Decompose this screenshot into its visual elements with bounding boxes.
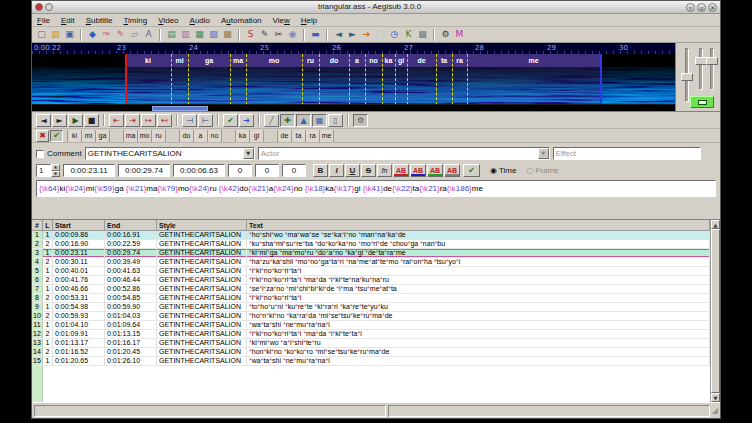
karaoke-syllable-no[interactable]: no <box>365 54 382 67</box>
translation-assistant-button[interactable]: ✎ <box>114 28 127 41</box>
stop-button[interactable]: ■ <box>84 114 99 127</box>
shadow-color-button[interactable]: AB <box>444 164 460 177</box>
grid-scrollbar[interactable]: ▲ ▼ <box>710 220 720 402</box>
subtitle-row-9[interactable]: 910:00:54.980:00:59.90GETINTHECARITSALIO… <box>32 303 710 312</box>
grid-header-l[interactable]: L <box>43 220 53 230</box>
subtitle-row-4[interactable]: 420:00:30.110:00:39.49GETINTHECARITSALIO… <box>32 258 710 267</box>
scroll-down-icon[interactable]: ▼ <box>711 393 720 402</box>
karaoke-syllable-ka[interactable]: ka <box>382 54 395 67</box>
styles-manager-button[interactable]: ▤ <box>165 28 178 41</box>
grid-header-end[interactable]: End <box>105 220 157 230</box>
menu-file[interactable]: File <box>37 16 50 25</box>
karaoke-cell-space[interactable] <box>264 130 278 142</box>
syllable-divider[interactable] <box>436 54 437 104</box>
toggle-auto-scroll-button[interactable]: ▲ <box>296 114 311 127</box>
find-button[interactable]: ◆ <box>86 28 99 41</box>
play-500ms-after-button[interactable]: ⇥ <box>125 114 140 127</box>
effect-field[interactable]: Effect <box>553 147 701 160</box>
underline-button[interactable]: U <box>345 164 360 177</box>
secondary-color-button[interactable]: AB <box>410 164 426 177</box>
window-maximize-button[interactable]: ▫ <box>697 3 706 12</box>
subtitle-row-15[interactable]: 1510:01:20.650:01:26.10GETINTHECARITSALI… <box>32 357 710 366</box>
bold-button[interactable]: B <box>313 164 328 177</box>
play-500ms-before-button[interactable]: ⇤ <box>109 114 124 127</box>
karaoke-mode-button[interactable]: ⚙ <box>353 114 368 127</box>
syllable-divider[interactable] <box>452 54 453 104</box>
subtitle-row-1[interactable]: 110:00:09.860:00:16.91GETINTHECARITSALIO… <box>32 231 710 240</box>
primary-color-button[interactable]: AB <box>393 164 409 177</box>
selection-start-marker[interactable] <box>125 54 127 104</box>
toggle-vertical-link-button[interactable]: ▯ <box>328 114 343 127</box>
window-menu-button[interactable] <box>35 3 43 11</box>
subtitle-row-11[interactable]: 1110:01:04.100:01:09.64GETINTHECARITSALI… <box>32 321 710 330</box>
commit-timing-button[interactable]: ✔ <box>223 114 238 127</box>
play-last-500ms-button[interactable]: ↤ <box>157 114 172 127</box>
audio-timeline[interactable]: 0:00:222324252627282930 <box>32 43 675 54</box>
window-shade-button[interactable]: ▿ <box>686 3 695 12</box>
lead-out-button[interactable]: ⊢ <box>198 114 213 127</box>
syllable-divider[interactable] <box>246 54 247 104</box>
syllable-divider[interactable] <box>382 54 383 104</box>
timing-post-processor-button[interactable]: ◷ <box>388 28 401 41</box>
syllable-divider[interactable] <box>407 54 408 104</box>
syllable-divider[interactable] <box>171 54 172 104</box>
subtitle-row-8[interactable]: 820:00:53.310:00:54.85GETINTHECARITSALIO… <box>32 294 710 303</box>
window-close-button[interactable]: ✕ <box>708 3 717 12</box>
vertical-link-button[interactable] <box>690 96 714 108</box>
menu-video[interactable]: Video <box>158 16 178 25</box>
volume-slider[interactable] <box>710 48 714 90</box>
karaoke-cell-me[interactable]: me <box>320 130 334 142</box>
karaoke-cell-ki[interactable]: ki <box>68 130 82 142</box>
jump-video-start-button[interactable]: ◄ <box>332 28 345 41</box>
commit-button[interactable]: ✔ <box>463 164 480 177</box>
karaoke-syllable-ru[interactable]: ru <box>302 54 319 67</box>
grid-header-text[interactable]: Text <box>247 220 710 230</box>
kanji-timer-button[interactable]: K <box>402 28 415 41</box>
karaoke-cell-ga[interactable]: ga <box>96 130 110 142</box>
layer-stepper[interactable]: 1 ▲ ▼ <box>36 164 60 177</box>
resize-grip[interactable]: ◢ <box>712 405 718 417</box>
title-bar[interactable]: triangular.ass - Aegisub 3.0.0 ▿▫✕ <box>32 1 720 14</box>
shift-to-current-button[interactable]: ➔ <box>360 28 373 41</box>
comment-checkbox[interactable]: Comment <box>36 149 82 158</box>
karaoke-syllable-a[interactable]: a <box>349 54 365 67</box>
selection-end-marker[interactable] <box>600 54 602 104</box>
syllable-divider[interactable] <box>349 54 350 104</box>
grid-header-num[interactable]: # <box>32 220 43 230</box>
syllable-divider[interactable] <box>395 54 396 104</box>
visual-tool-button[interactable]: ▩ <box>416 28 429 41</box>
window-sticky-button[interactable] <box>45 3 53 11</box>
volume-handle[interactable] <box>706 57 718 65</box>
end-time-field[interactable]: 0:00:29.74 <box>118 164 170 177</box>
go-to-selection-button[interactable]: ➔ <box>239 114 254 127</box>
karaoke-cell-gi[interactable]: gi <box>250 130 264 142</box>
shift-times-button[interactable]: ▧ <box>207 28 220 41</box>
snap-to-scene-button[interactable]: ◯ <box>374 28 387 41</box>
karaoke-syllable-mi[interactable]: mi <box>171 54 188 67</box>
vertical-zoom-slider[interactable] <box>699 48 703 90</box>
subtitle-text-edit[interactable]: {\k64}ki{\k24}mi{\k59}ga {\k21}ma{\k79}m… <box>36 180 716 197</box>
audio-scrollbar[interactable] <box>32 104 675 111</box>
karaoke-cell-ru[interactable]: ru <box>152 130 166 142</box>
subtitle-row-14[interactable]: 1420:01:16.520:01:20.45GETINTHECARITSALI… <box>32 348 710 357</box>
toggle-spectrum-button[interactable]: ▦ <box>312 114 327 127</box>
karaoke-cancel-button[interactable]: ✖ <box>36 130 49 142</box>
syllable-divider[interactable] <box>467 54 468 104</box>
play-next-line-button[interactable]: ► <box>52 114 67 127</box>
audio-scrollbar-thumb[interactable] <box>152 106 208 111</box>
syllable-divider[interactable] <box>188 54 189 104</box>
syllable-divider[interactable] <box>302 54 303 104</box>
automation-manager-button[interactable]: M <box>453 28 466 41</box>
grid-scrollbar-thumb[interactable] <box>711 229 720 393</box>
outline-color-button[interactable]: AB <box>427 164 443 177</box>
margin-vertical-field[interactable]: 0 <box>282 164 306 177</box>
horizontal-zoom-handle[interactable] <box>681 73 693 81</box>
subtitle-row-6[interactable]: 620:00:41.760:00:46.44GETINTHECARITSALIO… <box>32 276 710 285</box>
options-button[interactable]: ▬ <box>309 28 322 41</box>
karaoke-cell-ta[interactable]: ta <box>292 130 306 142</box>
menu-audio[interactable]: Audio <box>190 16 210 25</box>
karaoke-cell-mo[interactable]: mo <box>138 130 152 142</box>
actor-dropdown[interactable]: Actor ▼ <box>258 147 550 160</box>
margin-left-field[interactable]: 0 <box>228 164 252 177</box>
menu-edit[interactable]: Edit <box>61 16 75 25</box>
